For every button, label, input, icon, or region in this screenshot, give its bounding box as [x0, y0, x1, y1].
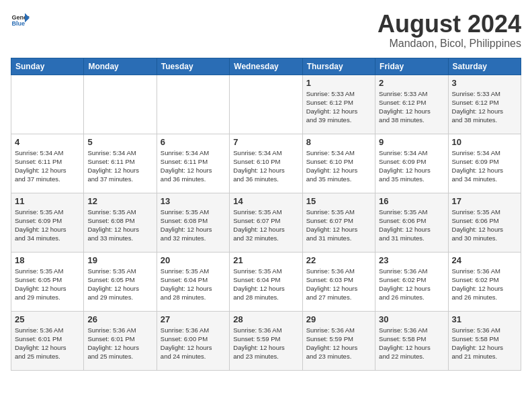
day-number: 28	[233, 314, 298, 324]
day-detail: Sunrise: 5:33 AM Sunset: 6:12 PM Dayligh…	[379, 89, 444, 125]
calendar-cell: 12Sunrise: 5:35 AM Sunset: 6:08 PM Dayli…	[84, 193, 157, 252]
day-detail: Sunrise: 5:35 AM Sunset: 6:05 PM Dayligh…	[87, 267, 152, 302]
day-number: 14	[233, 196, 298, 206]
day-number: 31	[452, 314, 517, 324]
day-detail: Sunrise: 5:35 AM Sunset: 6:08 PM Dayligh…	[161, 208, 226, 243]
day-number: 23	[379, 255, 444, 265]
day-number: 12	[87, 196, 152, 206]
calendar-cell: 26Sunrise: 5:36 AM Sunset: 6:01 PM Dayli…	[84, 311, 157, 370]
day-detail: Sunrise: 5:34 AM Sunset: 6:10 PM Dayligh…	[306, 148, 371, 184]
day-detail: Sunrise: 5:36 AM Sunset: 6:01 PM Dayligh…	[87, 326, 152, 361]
logo-icon: General Blue	[11, 11, 30, 30]
calendar-cell: 11Sunrise: 5:35 AM Sunset: 6:09 PM Dayli…	[11, 193, 84, 252]
day-number: 5	[87, 137, 152, 147]
calendar-cell: 7Sunrise: 5:34 AM Sunset: 6:10 PM Daylig…	[230, 134, 302, 193]
calendar-cell: 19Sunrise: 5:35 AM Sunset: 6:05 PM Dayli…	[84, 252, 157, 311]
day-detail: Sunrise: 5:36 AM Sunset: 5:58 PM Dayligh…	[379, 326, 444, 361]
day-number: 4	[15, 137, 80, 147]
calendar-cell: 13Sunrise: 5:35 AM Sunset: 6:08 PM Dayli…	[157, 193, 229, 252]
calendar-cell: 31Sunrise: 5:36 AM Sunset: 5:58 PM Dayli…	[448, 311, 521, 370]
calendar-cell: 4Sunrise: 5:34 AM Sunset: 6:11 PM Daylig…	[11, 134, 84, 193]
day-detail: Sunrise: 5:35 AM Sunset: 6:07 PM Dayligh…	[233, 208, 298, 243]
day-number: 9	[379, 137, 444, 147]
day-number: 20	[161, 255, 226, 265]
calendar-cell	[11, 75, 84, 134]
calendar-cell: 18Sunrise: 5:35 AM Sunset: 6:05 PM Dayli…	[11, 252, 84, 311]
day-detail: Sunrise: 5:36 AM Sunset: 5:58 PM Dayligh…	[452, 326, 517, 361]
calendar-cell: 3Sunrise: 5:33 AM Sunset: 6:12 PM Daylig…	[448, 75, 521, 134]
day-number: 6	[161, 137, 226, 147]
day-detail: Sunrise: 5:34 AM Sunset: 6:09 PM Dayligh…	[379, 148, 444, 184]
calendar-cell: 2Sunrise: 5:33 AM Sunset: 6:12 PM Daylig…	[375, 75, 448, 134]
day-number: 10	[452, 137, 517, 147]
day-number: 25	[15, 314, 80, 324]
calendar-week-row: 18Sunrise: 5:35 AM Sunset: 6:05 PM Dayli…	[11, 252, 521, 311]
day-number: 2	[379, 78, 444, 88]
calendar-week-row: 25Sunrise: 5:36 AM Sunset: 6:01 PM Dayli…	[11, 311, 521, 370]
calendar-week-row: 1Sunrise: 5:33 AM Sunset: 6:12 PM Daylig…	[11, 75, 521, 134]
weekday-header-wednesday: Wednesday	[230, 58, 302, 75]
weekday-header-tuesday: Tuesday	[157, 58, 229, 75]
day-detail: Sunrise: 5:35 AM Sunset: 6:09 PM Dayligh…	[15, 208, 80, 243]
month-title: August 2024	[378, 11, 521, 38]
calendar-cell: 10Sunrise: 5:34 AM Sunset: 6:09 PM Dayli…	[448, 134, 521, 193]
day-number: 22	[306, 255, 371, 265]
day-detail: Sunrise: 5:33 AM Sunset: 6:12 PM Dayligh…	[306, 89, 371, 125]
day-number: 1	[306, 78, 371, 88]
day-detail: Sunrise: 5:34 AM Sunset: 6:09 PM Dayligh…	[452, 148, 517, 184]
weekday-header-monday: Monday	[84, 58, 157, 75]
day-detail: Sunrise: 5:34 AM Sunset: 6:11 PM Dayligh…	[15, 148, 80, 184]
calendar-cell: 15Sunrise: 5:35 AM Sunset: 6:07 PM Dayli…	[302, 193, 375, 252]
calendar-cell: 21Sunrise: 5:35 AM Sunset: 6:04 PM Dayli…	[230, 252, 302, 311]
calendar-cell: 28Sunrise: 5:36 AM Sunset: 5:59 PM Dayli…	[230, 311, 302, 370]
calendar-cell: 1Sunrise: 5:33 AM Sunset: 6:12 PM Daylig…	[302, 75, 375, 134]
day-number: 3	[452, 78, 517, 88]
day-detail: Sunrise: 5:36 AM Sunset: 5:59 PM Dayligh…	[306, 326, 371, 361]
calendar-cell: 6Sunrise: 5:34 AM Sunset: 6:11 PM Daylig…	[157, 134, 229, 193]
day-detail: Sunrise: 5:34 AM Sunset: 6:10 PM Dayligh…	[233, 148, 298, 184]
day-number: 19	[87, 255, 152, 265]
calendar-cell: 30Sunrise: 5:36 AM Sunset: 5:58 PM Dayli…	[375, 311, 448, 370]
weekday-header-row: SundayMondayTuesdayWednesdayThursdayFrid…	[11, 58, 521, 75]
calendar-cell: 17Sunrise: 5:35 AM Sunset: 6:06 PM Dayli…	[448, 193, 521, 252]
calendar-cell: 22Sunrise: 5:36 AM Sunset: 6:03 PM Dayli…	[302, 252, 375, 311]
logo: General Blue	[11, 11, 30, 30]
day-detail: Sunrise: 5:35 AM Sunset: 6:04 PM Dayligh…	[161, 267, 226, 302]
calendar-cell	[230, 75, 302, 134]
day-detail: Sunrise: 5:35 AM Sunset: 6:05 PM Dayligh…	[15, 267, 80, 302]
day-number: 18	[15, 255, 80, 265]
calendar-cell: 25Sunrise: 5:36 AM Sunset: 6:01 PM Dayli…	[11, 311, 84, 370]
calendar-cell: 14Sunrise: 5:35 AM Sunset: 6:07 PM Dayli…	[230, 193, 302, 252]
calendar-cell: 20Sunrise: 5:35 AM Sunset: 6:04 PM Dayli…	[157, 252, 229, 311]
calendar-cell	[84, 75, 157, 134]
day-number: 27	[161, 314, 226, 324]
calendar-week-row: 11Sunrise: 5:35 AM Sunset: 6:09 PM Dayli…	[11, 193, 521, 252]
day-number: 8	[306, 137, 371, 147]
day-number: 17	[452, 196, 517, 206]
day-detail: Sunrise: 5:35 AM Sunset: 6:07 PM Dayligh…	[306, 208, 371, 243]
day-detail: Sunrise: 5:35 AM Sunset: 6:06 PM Dayligh…	[452, 208, 517, 243]
day-detail: Sunrise: 5:36 AM Sunset: 6:03 PM Dayligh…	[306, 267, 371, 302]
calendar-cell: 23Sunrise: 5:36 AM Sunset: 6:02 PM Dayli…	[375, 252, 448, 311]
calendar-cell: 9Sunrise: 5:34 AM Sunset: 6:09 PM Daylig…	[375, 134, 448, 193]
calendar-table: SundayMondayTuesdayWednesdayThursdayFrid…	[11, 58, 521, 371]
svg-text:Blue: Blue	[11, 20, 25, 27]
calendar-week-row: 4Sunrise: 5:34 AM Sunset: 6:11 PM Daylig…	[11, 134, 521, 193]
calendar-cell: 8Sunrise: 5:34 AM Sunset: 6:10 PM Daylig…	[302, 134, 375, 193]
title-block: August 2024 Mandaon, Bicol, Philippines	[378, 11, 521, 50]
day-detail: Sunrise: 5:35 AM Sunset: 6:08 PM Dayligh…	[87, 208, 152, 243]
day-detail: Sunrise: 5:35 AM Sunset: 6:06 PM Dayligh…	[379, 208, 444, 243]
weekday-header-thursday: Thursday	[302, 58, 375, 75]
weekday-header-sunday: Sunday	[11, 58, 84, 75]
day-number: 7	[233, 137, 298, 147]
day-detail: Sunrise: 5:36 AM Sunset: 6:02 PM Dayligh…	[452, 267, 517, 302]
day-number: 26	[87, 314, 152, 324]
day-number: 24	[452, 255, 517, 265]
day-detail: Sunrise: 5:36 AM Sunset: 6:02 PM Dayligh…	[379, 267, 444, 302]
calendar-cell: 5Sunrise: 5:34 AM Sunset: 6:11 PM Daylig…	[84, 134, 157, 193]
day-number: 30	[379, 314, 444, 324]
page-header: General Blue August 2024 Mandaon, Bicol,…	[11, 11, 521, 50]
day-number: 21	[233, 255, 298, 265]
day-number: 11	[15, 196, 80, 206]
location-subtitle: Mandaon, Bicol, Philippines	[378, 38, 521, 50]
